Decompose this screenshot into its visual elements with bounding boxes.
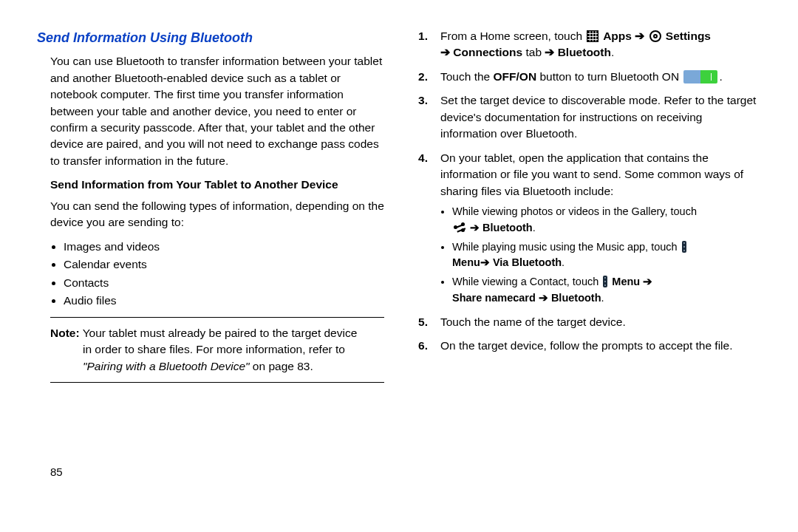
list-item: Contacts	[64, 275, 384, 291]
period: .	[611, 46, 614, 58]
subsection-heading: Send Information from Your Tablet to Ano…	[37, 177, 384, 193]
share-icon	[454, 222, 466, 233]
list-item: Calendar events	[64, 256, 384, 273]
step-5: Touch the name of the target device.	[418, 314, 761, 330]
note-ref-page: on page 83.	[250, 360, 313, 372]
toggle-on-icon	[683, 70, 717, 83]
connections-label: ➔ Connections	[440, 46, 522, 58]
list-item: Audio files	[64, 293, 384, 309]
sub-text: While viewing a Contact, touch	[452, 276, 601, 287]
bluetooth-label: ➔ Bluetooth	[545, 46, 611, 58]
sub-text: While playing music using the Music app,…	[452, 241, 681, 253]
arrow-icon: ➔	[643, 276, 652, 287]
settings-label: Settings	[663, 30, 711, 42]
step-2: Touch the OFF/ON button to turn Bluetoot…	[418, 69, 761, 85]
step-text: button to turn Bluetooth ON	[536, 70, 682, 83]
list-item: While viewing photos or videos in the Ga…	[452, 204, 761, 236]
period: .	[719, 70, 722, 83]
note-reference: "Pairing with a Bluetooth Device" on pag…	[50, 358, 384, 375]
step-4: On your tablet, open the application tha…	[418, 150, 761, 307]
intro-paragraph: You can use Bluetooth to transfer inform…	[37, 53, 384, 169]
share-namecard-label: Share namecard ➔ Bluetooth	[452, 292, 601, 304]
steps-list: From a Home screen, touch Apps ➔ Setting…	[414, 28, 761, 355]
step-text: Touch the	[440, 70, 494, 83]
list-item: While playing music using the Music app,…	[452, 239, 761, 272]
divider	[50, 317, 384, 318]
share-methods-list: While viewing photos or videos in the Ga…	[440, 204, 761, 307]
divider	[50, 382, 384, 383]
tab-text: tab	[522, 46, 545, 58]
period: .	[533, 222, 536, 233]
step-6: On the target device, follow the prompts…	[418, 338, 761, 354]
page-number: 85	[37, 464, 384, 480]
step-3: Set the target device to discoverable mo…	[418, 92, 761, 142]
send-intro: You can send the following types of info…	[37, 198, 384, 231]
settings-gear-icon	[649, 30, 661, 42]
apps-grid-icon	[587, 30, 598, 42]
sub-text: While viewing photos or videos in the Ga…	[452, 205, 697, 217]
apps-label: Apps	[600, 30, 631, 42]
step-text: From a Home screen, touch	[440, 30, 585, 42]
step-1: From a Home screen, touch Apps ➔ Setting…	[418, 28, 761, 61]
menu-label: Menu	[609, 276, 643, 287]
overflow-menu-icon	[603, 276, 607, 287]
section-title: Send Information Using Bluetooth	[37, 28, 384, 47]
left-column: Send Information Using Bluetooth You can…	[37, 28, 384, 517]
right-column: From a Home screen, touch Apps ➔ Setting…	[414, 28, 761, 517]
info-types-list: Images and videos Calendar events Contac…	[37, 239, 384, 310]
note-block: Note: Your tablet must already be paired…	[37, 325, 384, 375]
arrow-icon: ➔	[632, 30, 648, 42]
off-on-label: OFF/ON	[494, 70, 537, 83]
bluetooth-label: ➔ Bluetooth	[467, 222, 533, 233]
note-text: Your tablet must already be paired to th…	[80, 327, 358, 339]
list-item: Images and videos	[64, 239, 384, 255]
menu-via-bluetooth-label: Menu➔ Via Bluetooth	[452, 256, 562, 268]
period: .	[562, 256, 565, 268]
note-text: in order to share files. For more inform…	[50, 341, 384, 358]
step-text: On your tablet, open the application tha…	[440, 151, 743, 197]
list-item: While viewing a Contact, touch Menu ➔ Sh…	[452, 274, 761, 307]
manual-page: Send Information Using Bluetooth You can…	[0, 0, 798, 532]
period: .	[601, 292, 604, 304]
overflow-menu-icon	[682, 241, 686, 253]
note-ref-title: "Pairing with a Bluetooth Device"	[83, 360, 250, 372]
note-label: Note:	[50, 327, 80, 339]
